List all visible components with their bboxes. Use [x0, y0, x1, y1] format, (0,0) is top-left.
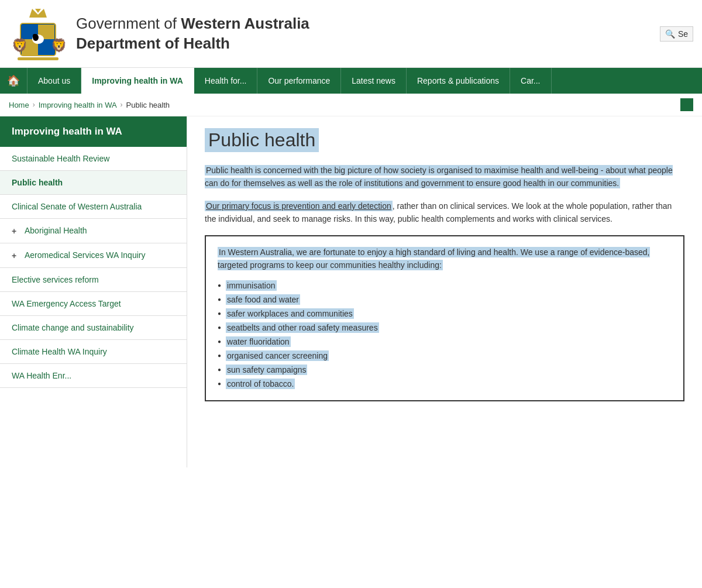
sidebar-item-climate-health[interactable]: Climate Health WA Inquiry — [0, 340, 187, 364]
nav-home[interactable]: 🏠 — [0, 68, 27, 94]
sidebar-item-label: Public health — [12, 178, 63, 187]
sidebar-item-label: Climate change and sustainability — [12, 323, 134, 332]
sidebar-item-clinical-senate[interactable]: Clinical Senate of Western Australia — [0, 195, 187, 219]
svg-point-9 — [33, 34, 36, 37]
sidebar-item-label: Elective services reform — [12, 275, 99, 284]
expand-icon: + — [12, 251, 21, 260]
list-item: control of tobacco. — [218, 377, 672, 391]
coat-of-arms-icon: 🦁 🦁 — [9, 6, 67, 61]
nav-item-reports[interactable]: Reports & publications — [407, 68, 510, 94]
sidebar-item-sustainable[interactable]: Sustainable Health Review — [0, 147, 187, 171]
page-title: Public health — [205, 128, 319, 152]
bullet-text: organised cancer screening — [226, 350, 329, 361]
nav-item-about[interactable]: About us — [27, 68, 81, 94]
list-item: safer workplaces and communities — [218, 307, 672, 321]
sidebar-item-emergency[interactable]: WA Emergency Access Target — [0, 292, 187, 316]
intro-text: Public health is concerned with the big … — [205, 165, 673, 188]
box-intro-highlighted: In Western Australia, we are fortunate t… — [218, 247, 650, 270]
bullet-text: sun safety campaigns — [226, 365, 307, 375]
sidebar-item-label: Aeromedical Services WA Inquiry — [25, 250, 145, 260]
bullet-text: water fluoridation — [226, 336, 291, 347]
sidebar-item-elective[interactable]: Elective services reform — [0, 268, 187, 292]
breadcrumb-sep-1: › — [33, 101, 35, 109]
bullet-text: immunisation — [226, 280, 276, 291]
nav-item-health-for[interactable]: Health for... — [194, 68, 258, 94]
breadcrumb-improving[interactable]: Improving health in WA — [39, 101, 117, 109]
programs-box: In Western Australia, we are fortunate t… — [205, 235, 684, 402]
logo-area: 🦁 🦁 Government of Western AustraliaDepar… — [9, 6, 660, 61]
sidebar-item-label: Clinical Senate of Western Australia — [12, 202, 142, 211]
sidebar-item-label: Climate Health WA Inquiry — [12, 347, 107, 356]
sidebar-item-aeromedical[interactable]: + Aeromedical Services WA Inquiry — [0, 243, 187, 268]
page-title-text: Public health — [207, 129, 316, 151]
sidebar: Improving health in WA Sustainable Healt… — [0, 116, 187, 467]
bullet-text: safer workplaces and communities — [226, 308, 354, 319]
list-item: immunisation — [218, 278, 672, 293]
list-item: organised cancer screening — [218, 349, 672, 363]
sidebar-item-label: Sustainable Health Review — [12, 154, 109, 163]
main-nav: 🏠 About us Improving health in WA Health… — [0, 68, 702, 94]
list-item: seatbelts and other road safety measures — [218, 321, 672, 335]
search-label: Se — [678, 29, 688, 39]
breadcrumb-sep-2: › — [121, 101, 123, 109]
box-intro-text: In Western Australia, we are fortunate t… — [218, 246, 672, 272]
nav-item-care[interactable]: Car... — [510, 68, 551, 94]
bullet-text: safe food and water — [226, 294, 300, 305]
sidebar-item-label: Aboriginal Health — [25, 226, 87, 235]
breadcrumb-current: Public health — [126, 101, 170, 109]
main-layout: Improving health in WA Sustainable Healt… — [0, 116, 702, 467]
bullet-text: control of tobacco. — [226, 379, 295, 389]
focus-paragraph: Our primary focus is prevention and earl… — [205, 200, 684, 226]
nav-item-improving[interactable]: Improving health in WA — [81, 68, 194, 94]
intro-paragraph: Public health is concerned with the big … — [205, 164, 684, 190]
sidebar-item-public-health[interactable]: Public health — [0, 171, 187, 195]
sidebar-item-label: WA Emergency Access Target — [12, 299, 121, 308]
site-title: Government of Western AustraliaDepartmen… — [76, 14, 309, 54]
sidebar-item-wa-health[interactable]: WA Health Enr... — [0, 364, 187, 388]
breadcrumb: Home › Improving health in WA › Public h… — [0, 94, 702, 116]
svg-marker-13 — [35, 9, 41, 13]
expand-icon: + — [12, 226, 21, 236]
site-header: 🦁 🦁 Government of Western AustraliaDepar… — [0, 0, 702, 68]
nav-item-performance[interactable]: Our performance — [257, 68, 341, 94]
sidebar-item-aboriginal[interactable]: + Aboriginal Health — [0, 219, 187, 243]
list-item: water fluoridation — [218, 335, 672, 349]
sidebar-header[interactable]: Improving health in WA — [0, 116, 187, 147]
site-title-text: Government of Western AustraliaDepartmen… — [76, 14, 309, 54]
nav-item-news[interactable]: Latest news — [341, 68, 407, 94]
list-item: safe food and water — [218, 293, 672, 307]
search-box[interactable]: 🔍 Se — [660, 26, 693, 42]
bullet-text: seatbelts and other road safety measures — [226, 322, 379, 333]
search-icon: 🔍 — [665, 29, 675, 39]
right-panel-toggle[interactable] — [680, 98, 693, 111]
sidebar-item-label: WA Health Enr... — [12, 371, 71, 380]
svg-rect-14 — [18, 57, 58, 60]
bullet-list: immunisation safe food and water safer w… — [218, 278, 672, 391]
svg-text:🦁: 🦁 — [51, 37, 67, 53]
svg-text:🦁: 🦁 — [12, 37, 28, 53]
list-item: sun safety campaigns — [218, 363, 672, 377]
sidebar-item-climate-change[interactable]: Climate change and sustainability — [0, 316, 187, 340]
breadcrumb-home[interactable]: Home — [9, 101, 29, 109]
focus-link[interactable]: Our primary focus is prevention and earl… — [205, 201, 393, 211]
main-content: Public health Public health is concerned… — [187, 116, 702, 467]
